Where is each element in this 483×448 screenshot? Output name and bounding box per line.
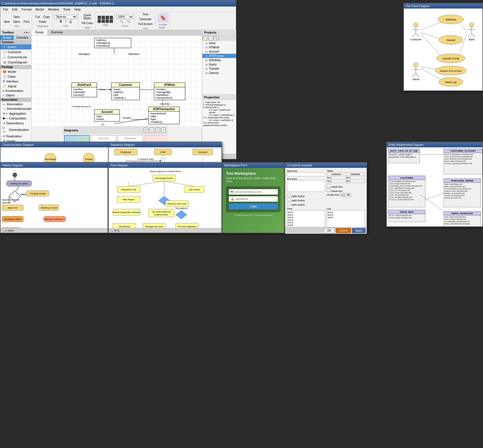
toolbox-item-generalization[interactable]: ▷— Generalization bbox=[0, 125, 31, 134]
toolbox-item-object[interactable]: ○ Object bbox=[0, 93, 31, 98]
nav-prev-button[interactable]: ‹ bbox=[155, 128, 160, 133]
proj-toolbar-btn-2[interactable]: 📄 bbox=[208, 36, 213, 40]
new-button[interactable]: New bbox=[3, 19, 11, 24]
proj-item-query[interactable]: ▷ Query bbox=[202, 62, 236, 67]
toolbox-item-comment[interactable]: □ Comment bbox=[0, 49, 31, 55]
list-item-1[interactable]: item1 bbox=[328, 211, 364, 214]
menu-window[interactable]: Window bbox=[46, 7, 61, 12]
list-item-3[interactable]: item3 bbox=[328, 216, 364, 219]
tree-item-6[interactable]: item6 bbox=[288, 224, 324, 226]
toolbox-category-package[interactable]: Package bbox=[0, 65, 31, 69]
tree-item-2[interactable]: item2 bbox=[288, 214, 324, 216]
toolbox-item-composition[interactable]: ◆— Composition bbox=[0, 116, 31, 121]
toolbox-item-signal[interactable]: ⚡ Signal bbox=[0, 84, 31, 88]
proj-toolbar-btn-1[interactable]: 📁 bbox=[203, 36, 208, 40]
marketplace-login-button[interactable]: Login bbox=[229, 203, 278, 209]
list-container[interactable]: item1 item2 item3 bbox=[327, 210, 365, 227]
toolbox-tab-design[interactable]: Design bbox=[0, 35, 14, 40]
erd-canvas[interactable]: ACCT_TYPE_CD_ID_TAB PK ACCT_CODE CHAR 2 … bbox=[387, 147, 482, 226]
marketplace-password-input[interactable] bbox=[236, 197, 276, 201]
toolbox-tab-overview[interactable]: Overview bbox=[14, 35, 31, 40]
cut-button[interactable]: Cut bbox=[34, 15, 41, 19]
flow-canvas[interactable]: Direct request to Control Room Homepage … bbox=[109, 168, 221, 233]
nav-next-button[interactable]: › bbox=[161, 128, 165, 133]
proj-item-transfer[interactable]: ▷ Transfer bbox=[202, 67, 236, 71]
toolbox-item-association[interactable]: — Association bbox=[0, 102, 31, 106]
proj-item-owns[interactable]: ▷ owns bbox=[202, 41, 236, 45]
radio-btn-2[interactable] bbox=[287, 198, 291, 201]
toolbox-item-commentlink[interactable]: — CommentLink bbox=[0, 55, 31, 60]
fill-color-button[interactable]: Fill Color bbox=[80, 21, 94, 26]
uml-class-atminfo[interactable]: ATMInfo +location+managedBy+identifies()… bbox=[154, 82, 185, 100]
marketplace-email-input[interactable] bbox=[234, 190, 276, 193]
toolbox-item-interface[interactable]: ⊙ Interface bbox=[0, 79, 31, 84]
tree-item-5[interactable]: item5 bbox=[288, 221, 324, 224]
proj-item-deposit[interactable]: ▷ Deposit bbox=[202, 71, 236, 75]
toolbox-item-classdiagram[interactable]: ⊡ ClassDiagram bbox=[0, 60, 31, 65]
canvas-tab-overview[interactable]: Overview bbox=[48, 30, 67, 35]
toolbox-category-association[interactable]: Association bbox=[0, 98, 31, 102]
radio-btn-3[interactable] bbox=[287, 202, 291, 206]
paste-button[interactable]: Paste bbox=[38, 19, 48, 24]
toolbox-item-enum[interactable]: ≡ Enumeration bbox=[0, 88, 31, 93]
textarea-field[interactable] bbox=[287, 180, 325, 192]
tree-item-3[interactable]: item3 bbox=[288, 216, 324, 219]
italic-button[interactable]: I bbox=[64, 19, 68, 24]
uml-class-atmtransaction[interactable]: ATMTransaction +transactionId+date+type+… bbox=[148, 107, 180, 124]
cancel-button[interactable]: Cancel bbox=[336, 228, 351, 233]
uml-class-debitcard[interactable]: DebitCard +cardNo+ownedBy+access() bbox=[71, 82, 97, 97]
uml-class-top[interactable]: +address+managers()+maintains() bbox=[94, 38, 131, 48]
toolbox-item-dependency[interactable]: ⇢ Dependency bbox=[0, 121, 31, 125]
activity-canvas[interactable]: Waiting for action Not Cancelled Specifi… bbox=[1, 168, 108, 233]
uml-class-account[interactable]: Account +type+owner bbox=[94, 110, 120, 121]
radio-btn-1[interactable] bbox=[287, 193, 291, 197]
underline-button[interactable]: U bbox=[68, 19, 73, 24]
toolbox-item-realization[interactable]: ⇒ Realization bbox=[0, 134, 31, 139]
marketplace-canvas[interactable]: Test Marketplace View and buy games, vid… bbox=[223, 168, 284, 233]
tree-container[interactable]: item1 item2 item3 item4 item5 item6 item… bbox=[287, 210, 325, 227]
add-diagram-button[interactable]: + bbox=[143, 128, 148, 133]
apply-button[interactable]: Apply bbox=[352, 228, 365, 233]
ok-button[interactable]: OK bbox=[324, 228, 334, 233]
proj-toolbar-btn-3[interactable]: 🔍 bbox=[214, 36, 219, 40]
checkbox-2[interactable] bbox=[327, 188, 330, 192]
proj-item-atminfo[interactable]: ▷ ATMInfo bbox=[202, 45, 236, 49]
menu-model[interactable]: Model bbox=[34, 7, 46, 12]
menu-tools[interactable]: Tools bbox=[61, 7, 72, 12]
toolbox-item-model[interactable]: 📦 Model bbox=[0, 69, 31, 74]
toolbox-category-common[interactable]: Common bbox=[0, 40, 31, 44]
canvas-tab-design[interactable]: Design bbox=[32, 30, 48, 35]
zoom-in-button[interactable]: 🔍 bbox=[118, 19, 125, 24]
find-button[interactable]: Find bbox=[141, 12, 149, 17]
menu-help[interactable]: Help bbox=[73, 7, 83, 12]
quick-styles-button[interactable]: QuickStyles bbox=[82, 13, 93, 21]
bold-button[interactable]: B bbox=[58, 19, 63, 24]
input-box[interactable] bbox=[287, 172, 325, 176]
open-button[interactable]: Open bbox=[12, 19, 21, 24]
tree-item-1[interactable]: item1 bbox=[288, 211, 324, 214]
tree-item-4[interactable]: item4 bbox=[288, 219, 324, 221]
checkbox-1[interactable] bbox=[327, 184, 330, 188]
fullscreen-button[interactable]: Full-Screen bbox=[137, 22, 154, 26]
class-diagram-canvas[interactable]: +address+managers()+maintains() Managers… bbox=[32, 36, 202, 126]
toolbox-item-select[interactable]: ↖ Select bbox=[0, 44, 31, 49]
zoom-select[interactable]: 100% bbox=[116, 15, 133, 19]
menu-edit[interactable]: Edit bbox=[11, 7, 19, 12]
marketplace-forgot[interactable]: Forgot password ? Create an account bbox=[226, 214, 281, 216]
proj-item-withdraw[interactable]: ▷ Withdraw bbox=[202, 58, 236, 62]
font-select[interactable]: Tahoma bbox=[54, 15, 77, 19]
remove-diagram-button[interactable]: − bbox=[149, 128, 154, 133]
ui-controls-canvas[interactable]: input box text area radio button radio b… bbox=[285, 168, 367, 227]
zoom-out-button[interactable]: 🔍 bbox=[125, 19, 131, 24]
tree-item-7[interactable]: item7 bbox=[288, 226, 324, 227]
proj-item-atmtransaction[interactable]: ▷ ATMTransa bbox=[202, 54, 236, 58]
usecase-canvas[interactable]: Customer Bank Admin Withdraw Deposit Tr bbox=[404, 9, 482, 90]
save-button[interactable]: Save bbox=[12, 15, 21, 19]
combo-select[interactable]: item bbox=[340, 193, 351, 197]
menu-file[interactable]: File bbox=[1, 7, 10, 12]
uml-class-customer[interactable]: Customer +name+address+dob+Attribute.1 bbox=[111, 82, 140, 100]
generate-button[interactable]: Generate bbox=[138, 17, 153, 22]
toolbox-item-class[interactable]: ⬜ Class bbox=[0, 74, 31, 79]
toolbox-item-aggregation[interactable]: ◇— Aggregation bbox=[0, 111, 31, 116]
proj-item-account[interactable]: ▷ Account bbox=[202, 49, 236, 54]
